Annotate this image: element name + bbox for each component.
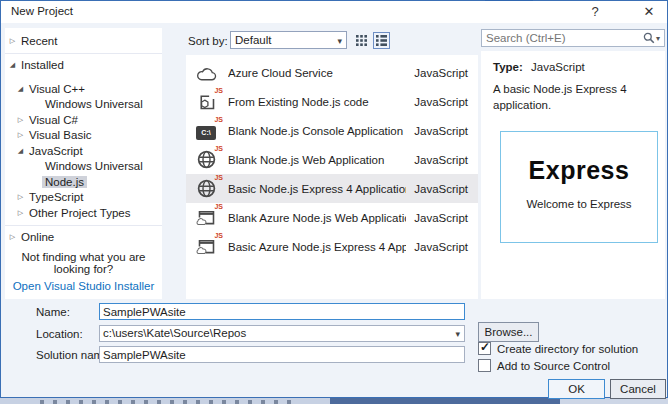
sidebar-item-javascript[interactable]: ◢ JavaScript	[5, 143, 162, 159]
template-row-blank-nodejs-web-application[interactable]: JS Blank Node.js Web Application JavaScr…	[186, 145, 478, 174]
expander-icon[interactable]: ▷	[15, 131, 26, 139]
list-icon	[376, 35, 387, 46]
search-icon[interactable]	[641, 32, 656, 44]
add-to-source-control-checkbox-row[interactable]: Add to Source Control	[478, 359, 610, 372]
help-button[interactable]: ?	[587, 4, 603, 19]
template-row-from-existing-nodejs-code[interactable]: JS From Existing Node.js code JavaScript	[186, 87, 478, 116]
tree-group-separator	[5, 225, 162, 226]
console-icon: C:\ JS	[194, 119, 218, 143]
js-badge: JS	[214, 203, 223, 210]
expander-icon[interactable]: ▷	[15, 116, 26, 124]
project-name-input[interactable]	[99, 303, 465, 320]
expander-icon[interactable]: ◢	[15, 85, 26, 93]
sidebar-item-label: Other Project Types	[26, 207, 133, 219]
sidebar-item-nodejs[interactable]: Node.js	[5, 174, 162, 190]
sort-by-dropdown[interactable]: Default ▾	[230, 31, 347, 49]
js-badge: JS	[214, 87, 223, 94]
sidebar-item-label: Visual Basic	[26, 129, 94, 141]
screen: New Project ? ✕ ▷ Recent ◢ Installed ◢ V…	[0, 0, 668, 404]
nodejs-code-icon: JS	[194, 90, 218, 114]
type-value: JavaScript	[531, 61, 585, 73]
express-subtitle: Welcome to Express	[501, 198, 657, 210]
search-options-chevron-icon[interactable]: ▾	[656, 34, 664, 43]
tree-group-separator	[5, 53, 162, 54]
search-box: ▾	[481, 29, 665, 47]
template-description: A basic Node.js Express 4 application.	[493, 82, 657, 113]
browse-button[interactable]: Browse...	[478, 322, 539, 342]
location-label: Location:	[36, 328, 83, 340]
sidebar-item-label: Windows Universal	[42, 98, 146, 110]
template-name: From Existing Node.js code	[228, 96, 406, 108]
sidebar-item-label: Recent	[18, 35, 60, 47]
checkbox-checked[interactable]: ✓	[478, 342, 491, 355]
azure-window-cloud-icon: JS	[194, 235, 218, 259]
open-installer-link[interactable]: Open Visual Studio Installer	[5, 280, 162, 292]
sidebar-item-label: JavaScript	[26, 145, 86, 157]
panel-footer: Not finding what you are looking for? Op…	[5, 251, 162, 292]
sidebar-item-label: Online	[18, 231, 57, 243]
sidebar-item-other-project-types[interactable]: ▷ Other Project Types	[5, 205, 162, 221]
globe-icon: JS	[194, 177, 218, 201]
background-window-text-smudge	[40, 400, 300, 404]
template-language: JavaScript	[406, 212, 468, 224]
close-button[interactable]: ✕	[641, 4, 657, 19]
js-badge: JS	[214, 116, 223, 123]
search-input[interactable]	[482, 31, 641, 45]
background-window-dark-block	[330, 398, 560, 404]
sidebar-item-label-selected: Node.js	[42, 176, 87, 188]
expander-icon[interactable]: ▷	[7, 233, 18, 241]
cancel-button[interactable]: Cancel	[610, 379, 666, 399]
sidebar-item-installed[interactable]: ◢ Installed	[5, 58, 162, 74]
name-label: Name:	[36, 306, 70, 318]
template-name: Blank Node.js Console Application	[228, 125, 406, 137]
sidebar-item-typescript[interactable]: ▷ TypeScript	[5, 190, 162, 206]
template-row-basic-nodejs-express4-application-selected[interactable]: JS Basic Node.js Express 4 Application J…	[186, 174, 478, 203]
location-combobox[interactable]: c:\users\Kate\Source\Repos ▾	[99, 325, 465, 342]
checkbox-unchecked[interactable]	[478, 359, 491, 372]
template-language: JavaScript	[406, 154, 468, 166]
sidebar-item-label: Windows Universal	[42, 160, 146, 172]
create-directory-checkbox-row[interactable]: ✓ Create directory for solution	[478, 342, 638, 355]
details-panel: Type: JavaScript A basic Node.js Express…	[481, 51, 665, 299]
expander-icon[interactable]: ▷	[7, 37, 18, 45]
template-row-basic-azure-nodejs-express4-application[interactable]: JS Basic Azure Node.js Express 4 Applica…	[186, 232, 478, 261]
checkmark-icon: ✓	[480, 340, 490, 354]
template-name: Basic Node.js Express 4 Application	[228, 183, 406, 195]
list-view-button[interactable]	[373, 32, 390, 49]
template-row-blank-azure-nodejs-web-application[interactable]: JS Blank Azure Node.js Web Application J…	[186, 203, 478, 232]
expander-icon[interactable]: ◢	[7, 61, 18, 69]
sidebar-item-online[interactable]: ▷ Online	[5, 230, 162, 246]
sidebar-item-visual-cpp[interactable]: ◢ Visual C++	[5, 81, 162, 97]
add-to-source-control-label: Add to Source Control	[497, 360, 610, 372]
sidebar-item-label: Visual C#	[26, 114, 81, 126]
template-language: JavaScript	[406, 183, 468, 195]
chevron-down-icon[interactable]: ▾	[455, 327, 460, 342]
expander-icon[interactable]: ▷	[15, 193, 26, 201]
sidebar-item-visual-csharp[interactable]: ▷ Visual C#	[5, 112, 162, 128]
template-name: Basic Azure Node.js Express 4 Applicatio…	[228, 241, 406, 253]
solution-name-input[interactable]	[99, 346, 465, 363]
template-language: JavaScript	[406, 125, 468, 137]
type-row: Type: JavaScript	[493, 61, 585, 73]
js-badge: JS	[214, 174, 223, 181]
template-preview-image: Express Welcome to Express	[500, 131, 658, 243]
expander-icon[interactable]: ◢	[15, 147, 26, 155]
template-name: Blank Node.js Web Application	[228, 154, 406, 166]
sidebar-item-recent[interactable]: ▷ Recent	[5, 33, 162, 49]
small-icons-view-button[interactable]	[353, 32, 370, 49]
cloud-icon	[194, 61, 218, 85]
template-name: Blank Azure Node.js Web Application	[228, 212, 406, 224]
template-row-blank-nodejs-console-application[interactable]: C:\ JS Blank Node.js Console Application…	[186, 116, 478, 145]
template-row-azure-cloud-service[interactable]: Azure Cloud Service JavaScript	[186, 58, 478, 87]
sidebar-item-windows-universal-js[interactable]: Windows Universal	[5, 159, 162, 175]
not-finding-text: Not finding what you are looking for?	[5, 251, 162, 275]
chevron-down-icon[interactable]: ▾	[337, 33, 342, 49]
express-title: Express	[501, 156, 657, 185]
category-panel: ▷ Recent ◢ Installed ◢ Visual C++ Window…	[5, 28, 162, 299]
js-badge: JS	[214, 232, 223, 239]
tiles-icon	[356, 35, 367, 46]
expander-icon[interactable]: ▷	[15, 209, 26, 217]
sidebar-item-visual-basic[interactable]: ▷ Visual Basic	[5, 128, 162, 144]
sidebar-item-windows-universal-cpp[interactable]: Windows Universal	[5, 97, 162, 113]
ok-button[interactable]: OK	[548, 379, 605, 399]
